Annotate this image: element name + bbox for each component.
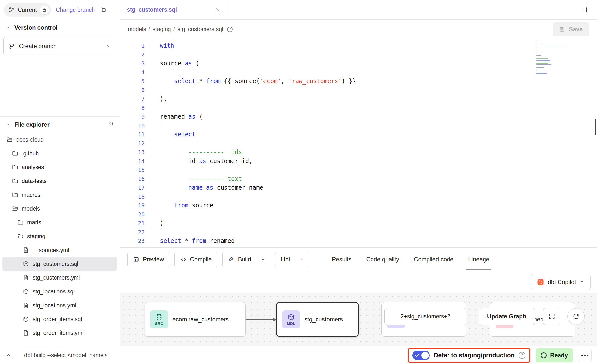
code-line-20[interactable]: 20 [120, 210, 597, 219]
file-status-icon[interactable] [226, 26, 233, 33]
preview-button[interactable]: Preview [127, 252, 169, 267]
lint-button[interactable]: Lint [275, 252, 309, 267]
chevron-down-icon [5, 122, 11, 127]
more-options-button[interactable] [578, 349, 592, 362]
current-branch-pill[interactable]: Current [4, 3, 51, 17]
update-graph-button[interactable]: Update Graph [479, 308, 535, 325]
copy-icon[interactable] [100, 6, 107, 14]
minimap[interactable] [536, 41, 566, 75]
code-line-1[interactable]: 1with [120, 41, 597, 50]
current-branch-label: Current [18, 7, 37, 13]
tree-item-models[interactable]: models [2, 202, 117, 216]
version-control-header[interactable]: Version control [0, 20, 120, 36]
tab-compiled-code[interactable]: Compiled code [407, 248, 461, 272]
tab-code-quality[interactable]: Code quality [359, 248, 407, 272]
tree-item-analyses[interactable]: analyses [2, 160, 117, 174]
code-line-22[interactable]: 22 [120, 228, 597, 237]
tree-item-__sources.yml[interactable]: __sources.yml [2, 243, 117, 257]
code-text: select * from {{ source('ecom', 'raw_cus… [145, 78, 356, 85]
tab-title: stg_customers.sql [127, 6, 211, 13]
code-line-23[interactable]: 23select * from renamed [120, 237, 597, 245]
lint-dropdown-caret[interactable] [296, 252, 309, 267]
new-tab-button[interactable] [583, 6, 590, 14]
close-icon[interactable] [215, 7, 220, 13]
code-line-3[interactable]: 3source as ( [120, 59, 597, 68]
tree-item-label: stg_order_items.yml [33, 330, 84, 336]
status-bar-right: Defer to staging/production ? Ready [408, 348, 592, 363]
refresh-button[interactable] [567, 308, 585, 325]
compile-button[interactable]: Compile [174, 252, 217, 267]
code-line-2[interactable]: 2 [120, 50, 597, 59]
sidebar: Current Change branch Version control Cr… [0, 0, 120, 346]
tree-item-stg_locations.yml[interactable]: stg_locations.yml [2, 298, 117, 312]
code-line-11[interactable]: 11 select [120, 130, 597, 139]
breadcrumb-separator: / [173, 26, 175, 33]
code-line-17[interactable]: 17 name as customer_name [120, 183, 597, 192]
file-icon [23, 274, 29, 281]
chevron-up-icon[interactable] [5, 352, 12, 359]
code-line-7[interactable]: 7), [120, 94, 597, 103]
code-line-19[interactable]: 19 from source [120, 201, 597, 210]
lineage-node-stg-customers[interactable]: MDL stg_customers [276, 302, 359, 337]
code-line-21[interactable]: 21) [120, 219, 597, 228]
create-branch-caret[interactable] [101, 37, 116, 55]
code-line-8[interactable]: 8 [120, 103, 597, 112]
help-icon[interactable]: ? [519, 352, 525, 359]
editor-scrollbar[interactable] [595, 119, 596, 135]
ready-ring-icon [541, 352, 547, 358]
tree-item-stg_order_items.yml[interactable]: stg_order_items.yml [2, 326, 117, 340]
code-text: renamed as ( [145, 113, 203, 120]
tab-lineage[interactable]: Lineage [461, 248, 497, 272]
tree-item-label: stg_locations.sql [33, 288, 75, 295]
tab-results[interactable]: Results [324, 248, 359, 272]
tree-item-stg_order_items.sql[interactable]: stg_order_items.sql [2, 312, 117, 326]
code-line-5[interactable]: 5 select * from {{ source('ecom', 'raw_c… [120, 77, 597, 86]
fullscreen-button[interactable] [543, 308, 560, 325]
tree-item-macros[interactable]: macros [2, 188, 117, 202]
lineage-node-source[interactable]: SRC ecom.raw_customers [145, 302, 246, 337]
code-line-12[interactable]: 12 [120, 139, 597, 148]
lineage-selector-input[interactable] [384, 308, 466, 325]
folder-icon [12, 150, 18, 157]
build-dropdown-caret[interactable] [257, 252, 270, 267]
tree-item-.github[interactable]: .github [2, 146, 117, 160]
breadcrumb-models[interactable]: models [128, 26, 146, 33]
tree-item-data-tests[interactable]: data-tests [2, 174, 117, 188]
tree-item-stg_customers.yml[interactable]: stg_customers.yml [2, 271, 117, 285]
file-explorer-header[interactable]: File explorer [0, 116, 120, 132]
line-number: 23 [120, 238, 145, 244]
code-line-16[interactable]: 16 ---------- text [120, 174, 597, 183]
tab-stg-customers-sql[interactable]: stg_customers.sql [120, 0, 227, 19]
search-icon[interactable] [108, 121, 115, 128]
code-line-6[interactable]: 6 [120, 86, 597, 94]
code-line-9[interactable]: 9renamed as ( [120, 112, 597, 121]
dbt-copilot-button[interactable]: dbt Copilot [531, 274, 591, 290]
build-button[interactable]: Build [222, 252, 270, 267]
breadcrumb: models / staging / stg_customers.sql Sav… [120, 20, 597, 39]
breadcrumb-staging[interactable]: staging [153, 26, 171, 33]
table-icon [133, 256, 139, 263]
tree-item-marts[interactable]: marts [2, 216, 117, 229]
breadcrumb-file[interactable]: stg_customers.sql [177, 26, 223, 33]
save-button[interactable]: Save [553, 22, 589, 36]
tree-item-docs-cloud[interactable]: docs-cloud [2, 133, 117, 146]
lineage-canvas[interactable]: MDL customers SEM customers SRC [120, 293, 597, 346]
defer-toggle[interactable] [412, 351, 430, 360]
code-line-10[interactable]: 10 [120, 121, 597, 130]
tree-item-stg_customers.sql[interactable]: stg_customers.sql [2, 257, 117, 271]
code-line-13[interactable]: 13 ---------- ids [120, 148, 597, 157]
code-line-14[interactable]: 14 id as customer_id, [120, 157, 597, 165]
code-editor[interactable]: 1with23source as (45 select * from {{ so… [120, 39, 597, 247]
line-number: 1 [120, 43, 145, 49]
copilot-label: dbt Copilot [548, 279, 576, 286]
create-branch-button[interactable]: Create branch [4, 37, 101, 55]
change-branch-link[interactable]: Change branch [56, 7, 95, 13]
tree-item-stg_locations.sql[interactable]: stg_locations.sql [2, 285, 117, 298]
folder-open-icon [17, 233, 24, 239]
code-line-18[interactable]: 18 [120, 192, 597, 201]
line-number: 19 [120, 202, 145, 209]
code-line-15[interactable]: 15 [120, 165, 597, 174]
line-number: 8 [120, 105, 145, 111]
tree-item-staging[interactable]: staging [2, 229, 117, 243]
code-line-4[interactable]: 4 [120, 68, 597, 77]
